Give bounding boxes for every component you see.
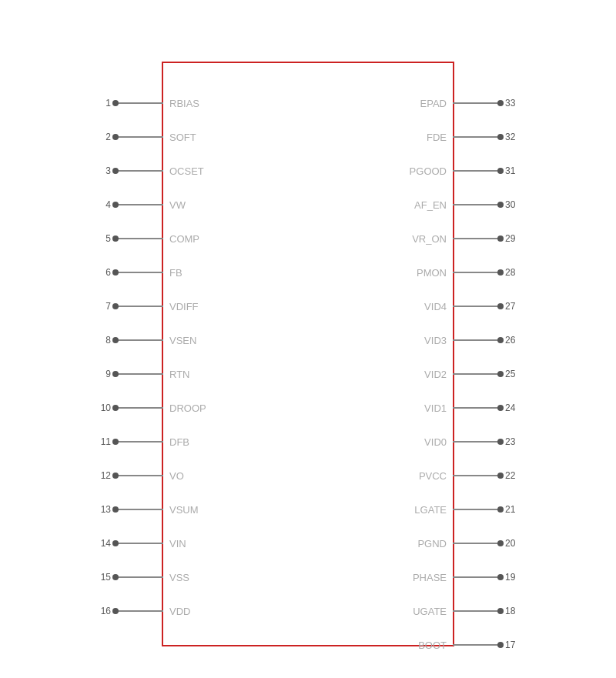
pin-number-32: 32 — [505, 132, 515, 142]
pin-name-11: DFB — [169, 436, 189, 448]
pin-number-17: 17 — [505, 640, 515, 650]
pin-number-14: 14 — [101, 538, 111, 549]
pin-name-3: OCSET — [169, 165, 204, 177]
pin-name-4: VW — [169, 199, 186, 211]
pin-name-26: VID3 — [424, 335, 447, 346]
pin-number-16: 16 — [101, 606, 111, 616]
pin-number-30: 30 — [505, 199, 515, 210]
pin-number-26: 26 — [505, 335, 515, 346]
pin-number-27: 27 — [505, 301, 515, 312]
pin-number-23: 23 — [505, 436, 515, 447]
pin-name-9: RTN — [169, 369, 189, 380]
pin-name-15: VSS — [169, 572, 189, 583]
pin-name-21: LGATE — [414, 504, 447, 516]
pin-number-9: 9 — [105, 369, 111, 379]
pin-name-22: PVCC — [419, 470, 447, 482]
pin-number-5: 5 — [105, 233, 111, 244]
pin-name-23: VID0 — [424, 436, 447, 448]
pin-name-33: EPAD — [420, 98, 447, 109]
pin-name-30: AF_EN — [414, 199, 447, 211]
pin-name-18: UGATE — [413, 606, 447, 617]
pin-number-18: 18 — [505, 606, 515, 616]
pin-number-22: 22 — [505, 470, 515, 481]
chip-body: 1RBIAS2SOFT3OCSET4VW5COMP6FB7VDIFF8VSEN9… — [162, 62, 454, 646]
pin-name-8: VSEN — [169, 335, 196, 346]
pin-name-2: SOFT — [169, 132, 196, 143]
pin-number-8: 8 — [105, 335, 111, 346]
pin-number-10: 10 — [101, 402, 111, 413]
pin-number-11: 11 — [101, 436, 111, 447]
pin-name-19: PHASE — [413, 572, 447, 583]
chip-container: 1RBIAS2SOFT3OCSET4VW5COMP6FB7VDIFF8VSEN9… — [116, 23, 500, 654]
pin-name-25: VID2 — [424, 369, 447, 380]
pin-name-14: VIN — [169, 538, 186, 549]
pin-name-6: FB — [169, 267, 182, 279]
pin-number-31: 31 — [505, 165, 515, 176]
pin-number-28: 28 — [505, 267, 515, 278]
pin-name-28: PMON — [417, 267, 447, 279]
pin-name-32: FDE — [427, 132, 447, 143]
pin-number-3: 3 — [105, 165, 111, 176]
pin-number-15: 15 — [101, 572, 111, 583]
pin-name-17: BOOT — [418, 640, 447, 651]
pin-number-12: 12 — [101, 470, 111, 481]
pin-number-33: 33 — [505, 98, 515, 109]
pin-name-31: PGOOD — [410, 165, 447, 177]
pin-number-2: 2 — [105, 132, 111, 142]
pin-name-5: COMP — [169, 233, 199, 245]
pin-name-7: VDIFF — [169, 301, 199, 312]
pin-name-20: PGND — [417, 538, 447, 549]
pin-number-13: 13 — [101, 504, 111, 515]
pin-number-29: 29 — [505, 233, 515, 244]
pin-name-29: VR_ON — [412, 233, 447, 245]
pin-number-7: 7 — [105, 301, 111, 312]
pin-number-19: 19 — [505, 572, 515, 583]
pin-number-20: 20 — [505, 538, 515, 549]
pin-name-1: RBIAS — [169, 98, 199, 109]
pin-name-27: VID4 — [424, 301, 447, 312]
pin-name-24: VID1 — [424, 402, 447, 414]
pin-number-6: 6 — [105, 267, 111, 278]
pin-number-21: 21 — [505, 504, 515, 515]
pin-name-16: VDD — [169, 606, 190, 617]
pin-number-24: 24 — [505, 402, 515, 413]
pin-name-10: DROOP — [169, 402, 206, 414]
pin-number-4: 4 — [105, 199, 111, 210]
pin-number-1: 1 — [105, 98, 111, 109]
pin-number-25: 25 — [505, 369, 515, 379]
pin-name-12: VO — [169, 470, 184, 482]
pin-name-13: VSUM — [169, 504, 199, 516]
